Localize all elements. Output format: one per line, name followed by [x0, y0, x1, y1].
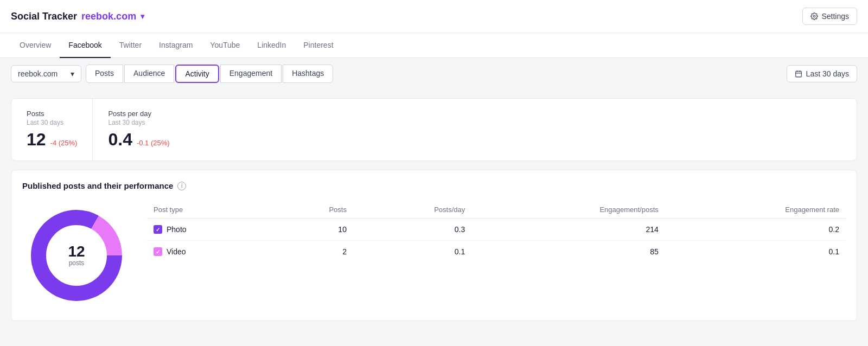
dropdown-chevron-icon: ▾ — [71, 69, 74, 78]
domain-label: reebok.com — [81, 11, 136, 22]
app-title: Social Tracker reebok.com ▾ — [11, 11, 144, 22]
sub-header: reebok.com ▾ Posts Audience Activity Eng… — [0, 58, 868, 89]
checkmark-icon: ✓ — [156, 249, 160, 255]
sub-tab-hashtags[interactable]: Hashtags — [283, 65, 333, 83]
settings-button[interactable]: Settings — [802, 8, 857, 25]
table-row: ✓ Photo 10 0.3 214 0.2 — [147, 219, 846, 241]
row-photo-posts: 10 — [271, 219, 353, 241]
stat-card-posts: Posts Last 30 days 12 -4 (25%) — [11, 99, 93, 161]
nav-tab-linkedin[interactable]: LinkedIn — [248, 33, 295, 58]
row-photo-engagementrate: 0.2 — [665, 219, 846, 241]
date-range-label: Last 30 days — [806, 69, 849, 78]
stat-ppd-sublabel: Last 30 days — [108, 119, 169, 126]
nav-tab-facebook[interactable]: Facebook — [60, 33, 110, 58]
stats-row: Posts Last 30 days 12 -4 (25%) Posts per… — [11, 98, 857, 161]
col-posts-day: Posts/day — [353, 201, 471, 219]
svg-rect-1 — [795, 71, 801, 77]
donut-total-value: 12 — [68, 244, 85, 259]
row-video-type: ✓ Video — [147, 241, 271, 263]
video-checkbox-icon[interactable]: ✓ — [154, 247, 162, 256]
stat-posts-value: 12 — [27, 130, 46, 150]
stat-ppd-value-row: 0.4 -0.1 (25%) — [108, 130, 169, 150]
col-posts: Posts — [271, 201, 353, 219]
calendar-icon — [795, 70, 802, 78]
sub-tab-audience[interactable]: Audience — [124, 65, 174, 83]
donut-chart-wrapper: 12 posts — [22, 201, 131, 310]
sub-tab-posts[interactable]: Posts — [86, 65, 123, 83]
sub-tabs: Posts Audience Activity Engagement Hasht… — [86, 65, 333, 83]
col-engagement-posts: Engagement/posts — [471, 201, 665, 219]
stat-posts-change: -4 (25%) — [50, 139, 78, 147]
stat-ppd-label: Posts per day — [108, 110, 169, 118]
stat-posts-value-row: 12 -4 (25%) — [27, 130, 77, 150]
video-label: Video — [167, 247, 186, 256]
row-video-posts: 2 — [271, 241, 353, 263]
domain-chevron-icon[interactable]: ▾ — [141, 12, 144, 21]
stat-posts-label: Posts — [27, 110, 77, 118]
row-photo-postsday: 0.3 — [353, 219, 471, 241]
nav-tab-instagram[interactable]: Instagram — [150, 33, 201, 58]
settings-label: Settings — [821, 12, 849, 21]
donut-center: 12 posts — [68, 244, 85, 267]
nav-tab-pinterest[interactable]: Pinterest — [295, 33, 342, 58]
sub-tab-engagement[interactable]: Engagement — [220, 65, 282, 83]
svg-point-0 — [814, 15, 816, 17]
main-nav: Overview Facebook Twitter Instagram YouT… — [0, 33, 868, 58]
section-title-text: Published posts and their performance — [22, 181, 173, 190]
col-post-type: Post type — [147, 201, 271, 219]
checkmark-icon: ✓ — [156, 227, 160, 233]
gear-icon — [810, 12, 818, 20]
domain-dropdown-value: reebok.com — [18, 69, 58, 78]
row-video-engagementposts: 85 — [471, 241, 665, 263]
nav-tab-youtube[interactable]: YouTube — [201, 33, 248, 58]
date-range-button[interactable]: Last 30 days — [787, 65, 857, 82]
app-name-label: Social Tracker — [11, 11, 77, 22]
photo-label: Photo — [167, 225, 187, 234]
nav-tab-overview[interactable]: Overview — [11, 33, 60, 58]
stat-ppd-value: 0.4 — [108, 130, 132, 150]
nav-tab-twitter[interactable]: Twitter — [111, 33, 150, 58]
top-header: Social Tracker reebok.com ▾ Settings — [0, 0, 868, 33]
published-posts-section: Published posts and their performance i … — [11, 170, 857, 321]
stat-posts-sublabel: Last 30 days — [27, 119, 77, 126]
row-photo-type: ✓ Photo — [147, 219, 271, 241]
row-video-engagementrate: 0.1 — [665, 241, 846, 263]
domain-dropdown[interactable]: reebok.com ▾ — [11, 65, 81, 82]
stat-card-posts-per-day: Posts per day Last 30 days 0.4 -0.1 (25%… — [93, 99, 184, 161]
sub-tab-activity[interactable]: Activity — [175, 65, 219, 83]
row-video-postsday: 0.1 — [353, 241, 471, 263]
col-engagement-rate: Engagement rate — [665, 201, 846, 219]
performance-table: Post type Posts Posts/day Engagement/pos… — [147, 201, 846, 262]
row-photo-engagementposts: 214 — [471, 219, 665, 241]
chart-table-layout: 12 posts Post type Posts Posts/day Engag… — [22, 201, 846, 310]
info-icon[interactable]: i — [177, 182, 186, 190]
photo-checkbox-icon[interactable]: ✓ — [154, 225, 162, 234]
stat-ppd-change: -0.1 (25%) — [137, 139, 170, 147]
table-row: ✓ Video 2 0.1 85 0.1 — [147, 241, 846, 263]
donut-total-label: posts — [68, 259, 85, 267]
sub-header-left: reebok.com ▾ Posts Audience Activity Eng… — [11, 65, 333, 83]
section-title: Published posts and their performance i — [22, 181, 846, 190]
